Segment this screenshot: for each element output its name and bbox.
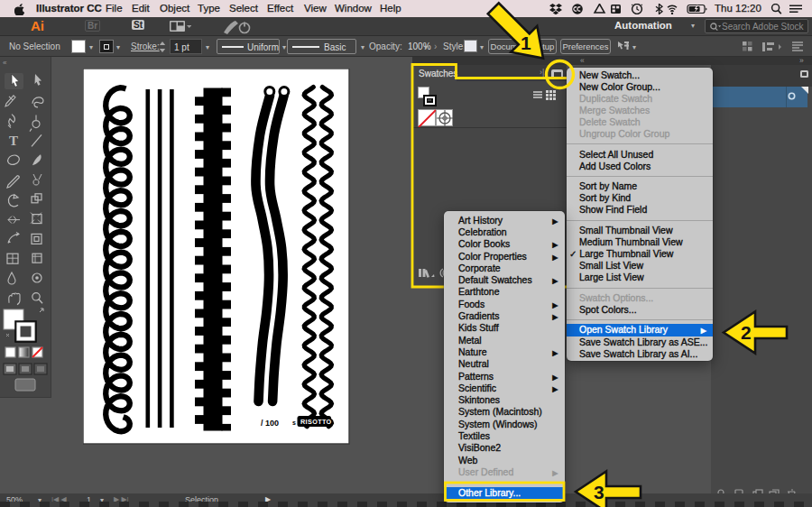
svg-text:2: 2 [741, 322, 752, 343]
svg-text:1: 1 [521, 32, 531, 53]
svg-text:3: 3 [594, 482, 604, 502]
